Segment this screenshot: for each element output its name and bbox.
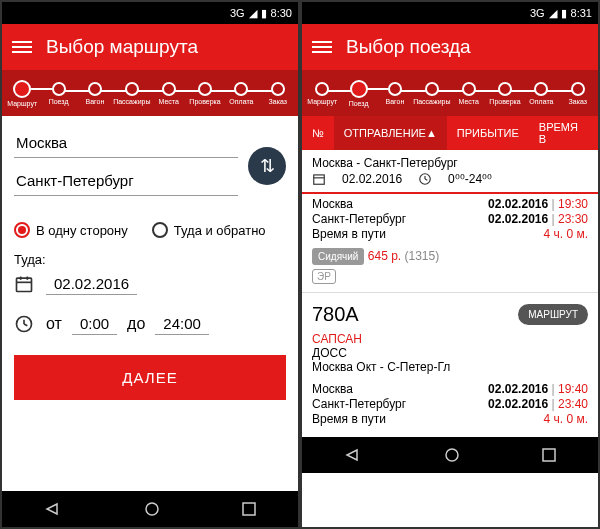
- filter-summary: Москва - Санкт-Петербург 02.02.2016 0⁰⁰-…: [302, 150, 598, 194]
- next-button[interactable]: ДАЛЕЕ: [14, 355, 286, 400]
- step-3[interactable]: Пассажиры: [113, 82, 150, 105]
- page-title: Выбор поезда: [346, 36, 471, 58]
- train-card-partial[interactable]: Москва02.02.2016 | 19:30 Санкт-Петербург…: [302, 194, 598, 292]
- android-navbar: [302, 437, 598, 473]
- svg-point-14: [446, 449, 458, 461]
- train-name: САПСАН: [312, 332, 588, 346]
- statusbar: 3G ◢ ▮ 8:30: [2, 2, 298, 24]
- screen-train-select: 3G ◢ ▮ 8:31 Выбор поезда МаршрутПоездВаг…: [302, 2, 598, 527]
- battery-icon: ▮: [261, 7, 267, 20]
- step-1[interactable]: Поезд: [40, 82, 76, 105]
- step-1[interactable]: Поезд: [340, 80, 376, 107]
- calendar-icon: [312, 172, 326, 186]
- train-card[interactable]: 780А МАРШРУТ САПСАН ДОСС Москва Окт - С-…: [302, 292, 598, 437]
- progress-steps: МаршрутПоездВагонПассажирыМестаПроверкаО…: [2, 70, 298, 116]
- network-icon: 3G: [230, 7, 245, 19]
- radio-icon: [14, 222, 30, 238]
- duration-label: Время в пути: [312, 412, 386, 426]
- arr-city: Санкт-Петербург: [312, 397, 406, 411]
- swap-icon: ⇅: [260, 155, 275, 177]
- signal-icon: ◢: [549, 7, 557, 20]
- dep-city: Москва: [312, 382, 353, 396]
- radio-round-label: Туда и обратно: [174, 223, 266, 238]
- direction-label: Туда:: [14, 252, 286, 267]
- duration-value: 4 ч. 0 м.: [543, 227, 588, 241]
- time-from-label: от: [46, 315, 62, 333]
- home-icon[interactable]: [144, 501, 160, 517]
- swap-button[interactable]: ⇅: [248, 147, 286, 185]
- app-header: Выбор маршрута: [2, 24, 298, 70]
- sort-arrival[interactable]: ПРИБЫТИЕ: [447, 116, 529, 150]
- calendar-icon[interactable]: [14, 274, 36, 294]
- arr-city: Санкт-Петербург: [312, 212, 406, 226]
- svg-rect-8: [243, 503, 255, 515]
- e-registration-badge: ЭР: [312, 269, 336, 284]
- radio-icon: [152, 222, 168, 238]
- step-6[interactable]: Оплата: [223, 82, 259, 105]
- svg-point-7: [146, 503, 158, 515]
- time-from-input[interactable]: 0:00: [72, 313, 117, 335]
- from-input[interactable]: Москва: [14, 128, 238, 158]
- radio-oneway[interactable]: В одну сторону: [14, 222, 128, 238]
- dep-city: Москва: [312, 197, 353, 211]
- step-6[interactable]: Оплата: [523, 82, 559, 105]
- clock: 8:31: [571, 7, 592, 19]
- to-input[interactable]: Санкт-Петербург: [14, 166, 238, 196]
- step-7[interactable]: Заказ: [260, 82, 296, 105]
- sort-departure[interactable]: ОТПРАВЛЕНИЕ▲: [334, 116, 447, 150]
- app-header: Выбор поезда: [302, 24, 598, 70]
- statusbar: 3G ◢ ▮ 8:31: [302, 2, 598, 24]
- duration-label: Время в пути: [312, 227, 386, 241]
- step-0[interactable]: Маршрут: [304, 82, 340, 105]
- sort-bar: № ОТПРАВЛЕНИЕ▲ ПРИБЫТИЕ ВРЕМЯ В: [302, 116, 598, 150]
- sort-duration[interactable]: ВРЕМЯ В: [529, 116, 598, 150]
- menu-icon[interactable]: [312, 38, 332, 56]
- filter-route: Москва - Санкт-Петербург: [312, 156, 588, 170]
- back-icon[interactable]: [43, 502, 63, 516]
- recent-icon[interactable]: [541, 447, 557, 463]
- android-navbar: [2, 491, 298, 527]
- screen-route-select: 3G ◢ ▮ 8:30 Выбор маршрута МаршрутПоездВ…: [2, 2, 298, 527]
- progress-steps: МаршрутПоездВагонПассажирыМестаПроверкаО…: [302, 70, 598, 116]
- network-icon: 3G: [530, 7, 545, 19]
- step-5[interactable]: Проверка: [187, 82, 223, 105]
- svg-line-6: [24, 324, 27, 326]
- svg-rect-9: [314, 175, 325, 184]
- clock-icon: [418, 172, 432, 186]
- menu-icon[interactable]: [12, 38, 32, 56]
- step-2[interactable]: Вагон: [377, 82, 413, 105]
- radio-oneway-label: В одну сторону: [36, 223, 128, 238]
- price: 645 р.: [368, 249, 401, 263]
- date-input[interactable]: 02.02.2016: [46, 273, 137, 295]
- route-button[interactable]: МАРШРУТ: [518, 304, 588, 325]
- carrier: ДОСС: [312, 346, 588, 360]
- step-0[interactable]: Маршрут: [4, 80, 40, 107]
- step-3[interactable]: Пассажиры: [413, 82, 450, 105]
- time-to-label: до: [127, 315, 145, 333]
- home-icon[interactable]: [444, 447, 460, 463]
- seat-type-badge: Сидячий: [312, 248, 364, 265]
- clock: 8:30: [271, 7, 292, 19]
- step-4[interactable]: Места: [450, 82, 486, 105]
- train-number: 780А: [312, 303, 359, 326]
- signal-icon: ◢: [249, 7, 257, 20]
- step-2[interactable]: Вагон: [77, 82, 113, 105]
- radio-round[interactable]: Туда и обратно: [152, 222, 266, 238]
- svg-line-13: [425, 179, 427, 180]
- page-title: Выбор маршрута: [46, 36, 198, 58]
- sort-asc-icon: ▲: [426, 127, 437, 139]
- svg-rect-0: [17, 278, 32, 291]
- step-5[interactable]: Проверка: [487, 82, 523, 105]
- duration-value: 4 ч. 0 м.: [543, 412, 588, 426]
- svg-rect-15: [543, 449, 555, 461]
- filter-time: 0⁰⁰-24⁰⁰: [448, 172, 492, 186]
- back-icon[interactable]: [343, 448, 363, 462]
- recent-icon[interactable]: [241, 501, 257, 517]
- filter-date: 02.02.2016: [342, 172, 402, 186]
- step-4[interactable]: Места: [150, 82, 186, 105]
- availability: (1315): [405, 249, 440, 263]
- stations: Москва Окт - С-Петер-Гл: [312, 360, 588, 374]
- step-7[interactable]: Заказ: [560, 82, 596, 105]
- time-to-input[interactable]: 24:00: [155, 313, 209, 335]
- sort-number[interactable]: №: [302, 116, 334, 150]
